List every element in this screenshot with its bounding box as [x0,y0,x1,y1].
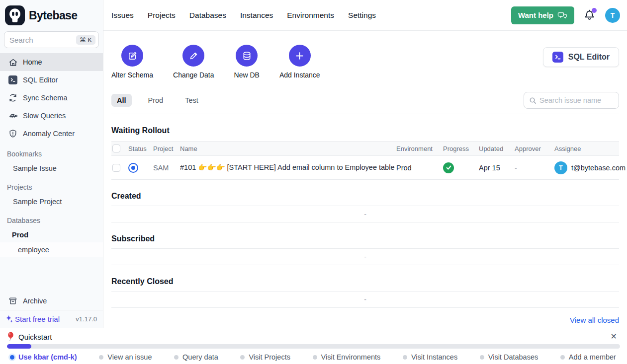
turtle-icon [8,111,18,121]
step-visit-instances[interactable]: Visit Instances [403,353,457,361]
home-icon [8,57,18,67]
change-data-action[interactable]: Change Data [173,45,214,79]
want-help-button[interactable]: Want help [511,6,574,24]
sidebar-item-prod[interactable]: Prod [0,227,103,242]
select-all-checkbox[interactable] [112,145,120,152]
recently-closed-title: Recently Closed [111,277,619,286]
sidebar-item-sample-project[interactable]: Sample Project [0,194,103,209]
sidebar-section-databases: Databases [0,209,103,227]
subscribed-title: Subscribed [111,234,619,243]
step-dot-icon [560,355,565,360]
notifications-bell[interactable] [583,9,596,22]
step-view-an-issue[interactable]: View an issue [99,353,152,361]
step-visit-projects[interactable]: Visit Projects [240,353,290,361]
issue-table-row[interactable]: SAM #101 👉👉👉 [START HERE] Add email colu… [111,156,619,180]
home-content: Alter Schema Change Data [103,31,627,328]
add-instance-action[interactable]: Add Instance [279,45,320,79]
col-progress: Progress [443,145,479,152]
row-checkbox[interactable] [112,164,120,172]
sidebar-item-anomaly-center[interactable]: Anomaly Center [0,125,103,143]
issue-search-input[interactable] [539,96,614,104]
recently-closed-empty: - [111,291,619,308]
waiting-rollout-title: Waiting Rollout [111,126,619,135]
assignee-avatar: T [554,161,567,174]
main-area: Issues Projects Databases Instances Envi… [103,0,627,328]
step-visit-environments[interactable]: Visit Environments [313,353,381,361]
issue-search[interactable] [524,92,619,109]
quickstart-panel: Quickstart ✕ Use kbar (cmd-k) View an is… [0,328,627,364]
issue-name-link[interactable]: #101 👉👉👉 [START HERE] Add email column t… [180,163,396,172]
nav-instances[interactable]: Instances [240,11,273,20]
user-avatar[interactable]: T [605,8,620,23]
issue-environment: Prod [396,164,443,172]
nav-databases[interactable]: Databases [189,11,226,20]
created-title: Created [111,192,619,201]
nav-environments[interactable]: Environments [287,11,334,20]
step-query-data[interactable]: Query data [174,353,218,361]
step-dot-icon [174,355,179,360]
notification-dot [592,8,597,13]
sidebar-item-employee[interactable]: employee [0,242,103,257]
sidebar-item-home[interactable]: Home [0,53,103,71]
sparkles-icon [5,315,13,323]
sidebar-item-slow-queries[interactable]: Slow Queries [0,107,103,125]
plus-icon [289,45,311,67]
terminal-icon [552,52,563,63]
created-empty: - [111,206,619,222]
nav-issues[interactable]: Issues [111,11,134,20]
chat-bubble-icon [557,11,567,20]
shield-icon [8,129,18,139]
edit-box-icon [121,45,143,67]
sidebar-search[interactable]: ⌘ K [4,31,99,48]
nav-settings[interactable]: Settings [348,11,376,20]
sidebar-item-archive[interactable]: Archive [0,292,103,310]
database-icon [236,45,258,67]
brand-name: Bytebase [29,9,77,22]
bytebase-logo[interactable]: Bytebase [0,0,103,30]
sidebar-item-sql-editor[interactable]: SQL Editor [0,71,103,89]
start-free-trial-link[interactable]: Start free trial [5,315,60,323]
issue-updated: Apr 15 [479,164,515,172]
subscribed-empty: - [111,248,619,265]
bytebase-logo-icon [5,5,25,25]
quickstart-title: Quickstart [18,333,52,341]
col-environment: Environment [396,145,443,152]
sidebar-footer: Start free trial v1.17.0 [0,310,103,328]
view-all-closed-link[interactable]: View all closed [570,316,619,324]
sidebar: Bytebase ⌘ K Home SQL Editor [0,0,103,328]
step-dot-icon [480,355,484,360]
status-in-progress-icon [128,163,138,173]
issue-assignee: T t@bytebase.com [554,161,619,174]
tab-prod[interactable]: Prod [143,94,169,107]
sidebar-item-sync-schema[interactable]: Sync Schema [0,89,103,107]
sidebar-section-projects: Projects [0,176,103,194]
pencil-icon [182,45,204,67]
new-db-action[interactable]: New DB [234,45,260,79]
sidebar-item-sample-issue[interactable]: Sample Issue [0,161,103,176]
tab-test[interactable]: Test [179,94,204,107]
step-dot-icon [403,355,407,360]
col-project: Project [153,145,180,152]
app-version: v1.17.0 [76,315,97,323]
archive-icon [8,296,18,306]
sql-editor-button[interactable]: SQL Editor [543,47,619,67]
tab-all[interactable]: All [111,94,132,107]
terminal-icon [8,75,18,85]
col-updated: Updated [479,145,515,152]
step-dot-icon [10,355,14,360]
step-use-kbar[interactable]: Use kbar (cmd-k) [10,353,77,361]
nav-projects[interactable]: Projects [148,11,176,20]
alter-schema-action[interactable]: Alter Schema [111,45,153,79]
app-shell: Bytebase ⌘ K Home SQL Editor [0,0,627,328]
issue-table-header: Status Project Name Environment Progress… [111,141,619,156]
step-dot-icon [99,355,103,360]
step-add-a-member[interactable]: Add a member [560,353,616,361]
close-icon[interactable]: ✕ [609,332,619,342]
top-header: Issues Projects Databases Instances Envi… [103,0,627,31]
quickstart-progress-bar [7,344,620,349]
quickstart-progress-fill [7,344,31,349]
top-nav: Issues Projects Databases Instances Envi… [111,11,376,20]
step-visit-databases[interactable]: Visit Databases [480,353,538,361]
balloon-icon [7,332,14,342]
sidebar-search-input[interactable] [9,36,76,44]
